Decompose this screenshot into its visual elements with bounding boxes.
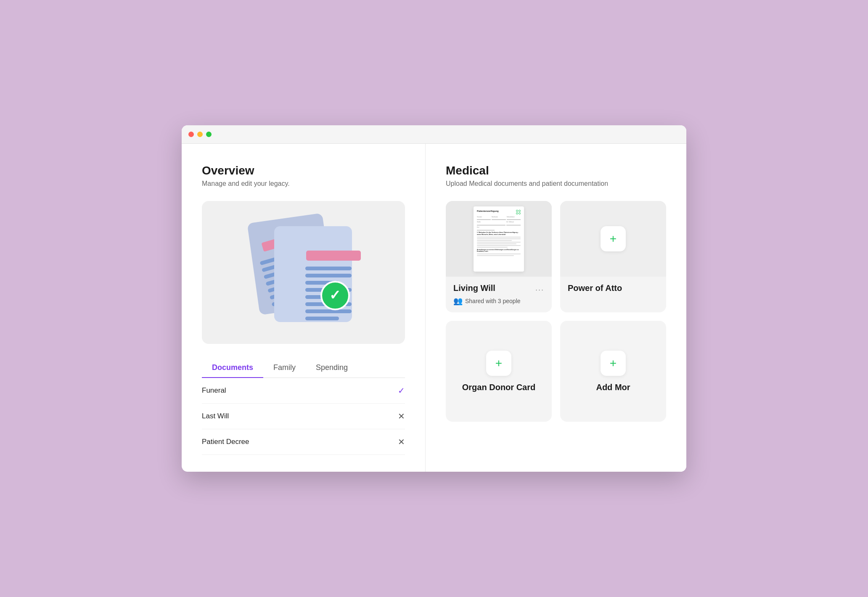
organ-donor-card[interactable]: + Organ Donor Card (446, 321, 552, 422)
minimize-button[interactable] (197, 132, 203, 137)
doc-front-highlight (306, 251, 361, 261)
check-icon: ✓ (398, 386, 405, 396)
list-item: Funeral ✓ (202, 378, 405, 404)
power-of-attorney-header: Power of Atto (568, 283, 659, 293)
power-of-attorney-card[interactable]: + Power of Atto (560, 201, 666, 312)
living-will-menu-button[interactable]: ... (535, 284, 544, 293)
check-mark-icon: ✓ (329, 288, 341, 302)
title-bar (182, 125, 686, 144)
power-of-attorney-preview: + (560, 201, 666, 277)
document-illustration: ✓ (249, 209, 358, 335)
power-of-attorney-title: Power of Atto (568, 283, 622, 293)
items-list: Funeral ✓ Last Will ✕ Patient Decree ✕ (202, 378, 405, 455)
tab-family[interactable]: Family (263, 359, 306, 378)
medical-subtitle: Upload Medical documents and patient doc… (446, 180, 666, 188)
living-will-share: 👥 Shared with 3 people (453, 296, 544, 306)
cards-grid: Patientenverfügung Vorname N (446, 201, 666, 422)
traffic-lights (188, 132, 212, 137)
add-more-card[interactable]: + Add Mor (560, 321, 666, 422)
list-item: Patient Decree ✕ (202, 429, 405, 455)
organ-donor-plus-icon: + (495, 357, 502, 369)
power-of-attorney-card-info: Power of Atto (560, 277, 666, 303)
living-will-card-info: Living Will ... 👥 Shared with 3 people (446, 277, 552, 312)
preview-doc-title: Patientenverfügung (477, 210, 499, 213)
add-button[interactable]: + (601, 226, 626, 251)
share-people-icon: 👥 (453, 296, 463, 306)
fullscreen-button[interactable] (206, 132, 212, 137)
share-text: Shared with 3 people (465, 298, 521, 304)
check-badge: ✓ (320, 281, 350, 310)
living-will-card[interactable]: Patientenverfügung Vorname N (446, 201, 552, 312)
hero-image-container: ✓ (202, 201, 405, 344)
list-item: Last Will ✕ (202, 404, 405, 429)
close-button[interactable] (188, 132, 194, 137)
overview-subtitle: Manage and edit your legacy. (202, 180, 405, 188)
add-more-plus-icon: + (610, 357, 617, 369)
overview-title: Overview (202, 164, 405, 177)
list-item-label: Last Will (202, 412, 229, 420)
organ-donor-title: Organ Donor Card (462, 383, 535, 392)
right-panel: Medical Upload Medical documents and pat… (426, 144, 686, 472)
x-icon: ✕ (398, 437, 405, 447)
living-will-title: Living Will (453, 283, 495, 293)
add-more-button[interactable]: + (601, 351, 626, 376)
living-will-preview-area: Patientenverfügung Vorname N (446, 201, 552, 277)
organ-donor-add-button[interactable]: + (486, 351, 511, 376)
tabs-row: Documents Family Spending (202, 359, 405, 378)
list-item-label: Funeral (202, 386, 226, 395)
add-more-title: Add Mor (596, 383, 630, 392)
list-item-label: Patient Decree (202, 438, 249, 446)
living-will-card-header: Living Will ... (453, 283, 544, 293)
tab-spending[interactable]: Spending (306, 359, 358, 378)
app-window: Overview Manage and edit your legacy. (182, 125, 686, 472)
x-icon: ✕ (398, 411, 405, 421)
living-will-document: Patientenverfügung Vorname N (474, 206, 524, 272)
content-area: Overview Manage and edit your legacy. (182, 144, 686, 472)
plus-icon: + (610, 233, 617, 245)
tab-documents[interactable]: Documents (202, 359, 263, 378)
left-panel: Overview Manage and edit your legacy. (182, 144, 426, 472)
medical-title: Medical (446, 164, 666, 177)
